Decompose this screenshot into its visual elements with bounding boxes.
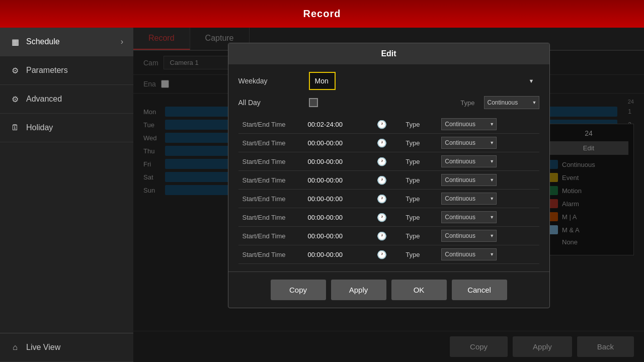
- modal-overlay: Edit Weekday Mon Tue Wed Thu Fri: [133, 28, 644, 362]
- weekday-select[interactable]: Mon Tue Wed Thu Fri Sat Sun All: [309, 72, 336, 90]
- type-select-7[interactable]: Continuous Event Motion Alarm: [441, 230, 497, 242]
- type-select-wrapper-5: Continuous Event Motion Alarm: [441, 193, 497, 205]
- time-value-6: 00:00-00:00: [304, 208, 373, 227]
- time-row-5: Start/End Time 00:00-00:00 🕐 Type Contin…: [238, 190, 539, 208]
- allday-label: All Day: [238, 99, 304, 107]
- type-select-cell-1: Continuous Event Motion Alarm: [437, 115, 539, 134]
- time-row-2: Start/End Time 00:00-00:00 🕐 Type Contin…: [238, 134, 539, 152]
- clock-icon-2[interactable]: 🕐: [377, 139, 387, 147]
- clock-cell-5: 🕐: [373, 190, 402, 208]
- type-cell-1: Type: [401, 115, 437, 134]
- sidebar-item-advanced[interactable]: ⚙ Advanced: [0, 85, 133, 114]
- modal-cancel-button[interactable]: Cancel: [452, 280, 507, 300]
- time-label-6: Start/End Time: [238, 208, 304, 227]
- type-select-cell-4: Continuous Event Motion Alarm: [437, 171, 539, 190]
- type-select-wrapper-1: Continuous Event Motion Alarm: [441, 118, 497, 130]
- time-value-2: 00:00-00:00: [304, 134, 373, 152]
- home-icon: ⌂: [10, 342, 20, 352]
- modal-copy-button[interactable]: Copy: [271, 280, 326, 300]
- time-value-7: 00:00-00:00: [304, 227, 373, 245]
- clock-cell-6: 🕐: [373, 208, 402, 227]
- clock-cell-8: 🕐: [373, 245, 402, 264]
- type-select-wrapper-8: Continuous Event Motion Alarm: [441, 248, 497, 260]
- type-select-2[interactable]: Continuous Event Motion Alarm: [441, 137, 497, 149]
- type-select-6[interactable]: Continuous Event Motion Alarm: [441, 211, 497, 223]
- time-label-5: Start/End Time: [238, 190, 304, 208]
- sidebar: ▦ Schedule › ⚙ Parameters ⚙ Advanced 🗓 H…: [0, 28, 133, 362]
- sidebar-label-holiday: Holiday: [26, 123, 53, 132]
- time-table: Start/End Time 00:02-24:00 🕐 Type Contin…: [238, 115, 539, 264]
- allday-checkbox[interactable]: [309, 98, 318, 107]
- calendar-icon: 🗓: [10, 123, 20, 133]
- time-label-4: Start/End Time: [238, 171, 304, 190]
- chevron-right-icon: ›: [121, 37, 123, 46]
- time-row-6: Start/End Time 00:00-00:00 🕐 Type Contin…: [238, 208, 539, 227]
- sidebar-label-live-view: Live View: [26, 343, 60, 352]
- time-row-7: Start/End Time 00:00-00:00 🕐 Type Contin…: [238, 227, 539, 245]
- time-label-8: Start/End Time: [238, 245, 304, 264]
- time-rows-body: Start/End Time 00:02-24:00 🕐 Type Contin…: [238, 115, 539, 264]
- time-value-4: 00:00-00:00: [304, 171, 373, 190]
- type-select-5[interactable]: Continuous Event Motion Alarm: [441, 193, 497, 205]
- type-select-cell-6: Continuous Event Motion Alarm: [437, 208, 539, 227]
- time-label-2: Start/End Time: [238, 134, 304, 152]
- time-label-3: Start/End Time: [238, 152, 304, 171]
- type-cell-8: Type: [401, 245, 437, 264]
- type-cell-7: Type: [401, 227, 437, 245]
- type-select-allday-wrapper: Continuous Event Motion Alarm: [484, 96, 539, 109]
- settings-icon: ⚙: [10, 94, 20, 104]
- clock-icon-4[interactable]: 🕐: [377, 176, 387, 185]
- clock-cell-3: 🕐: [373, 152, 402, 171]
- sidebar-item-schedule[interactable]: ▦ Schedule ›: [0, 28, 133, 56]
- clock-icon-8[interactable]: 🕐: [377, 250, 387, 259]
- type-select-cell-7: Continuous Event Motion Alarm: [437, 227, 539, 245]
- type-select-wrapper-4: Continuous Event Motion Alarm: [441, 174, 497, 186]
- type-select-cell-5: Continuous Event Motion Alarm: [437, 190, 539, 208]
- type-select-1[interactable]: Continuous Event Motion Alarm: [441, 118, 497, 130]
- time-value-3: 00:00-00:00: [304, 152, 373, 171]
- type-cell-2: Type: [401, 134, 437, 152]
- allday-row: All Day Type Continuous Event Motion Ala…: [238, 96, 539, 109]
- time-row-4: Start/End Time 00:00-00:00 🕐 Type Contin…: [238, 171, 539, 190]
- time-row-1: Start/End Time 00:02-24:00 🕐 Type Contin…: [238, 115, 539, 134]
- time-row-8: Start/End Time 00:00-00:00 🕐 Type Contin…: [238, 245, 539, 264]
- sidebar-item-parameters[interactable]: ⚙ Parameters: [0, 56, 133, 85]
- edit-modal: Edit Weekday Mon Tue Wed Thu Fri: [228, 43, 550, 308]
- modal-footer: Copy Apply OK Cancel: [228, 272, 549, 308]
- clock-icon-6[interactable]: 🕐: [377, 213, 387, 222]
- modal-body: Weekday Mon Tue Wed Thu Fri Sat Sun All: [228, 64, 549, 272]
- type-select-8[interactable]: Continuous Event Motion Alarm: [441, 248, 497, 260]
- clock-icon-5[interactable]: 🕐: [377, 195, 387, 203]
- weekday-label: Weekday: [238, 77, 304, 85]
- modal-apply-button[interactable]: Apply: [331, 280, 386, 300]
- clock-icon-7[interactable]: 🕐: [377, 232, 387, 240]
- type-select-3[interactable]: Continuous Event Motion Alarm: [441, 155, 497, 167]
- clock-cell-4: 🕐: [373, 171, 402, 190]
- type-label-allday: Type: [460, 99, 474, 107]
- time-label-7: Start/End Time: [238, 227, 304, 245]
- time-label-1: Start/End Time: [238, 115, 304, 134]
- type-cell-4: Type: [401, 171, 437, 190]
- type-select-wrapper-6: Continuous Event Motion Alarm: [441, 211, 497, 223]
- modal-ok-button[interactable]: OK: [391, 280, 447, 300]
- type-select-cell-8: Continuous Event Motion Alarm: [437, 245, 539, 264]
- grid-icon: ▦: [10, 37, 20, 47]
- clock-icon-3[interactable]: 🕐: [377, 157, 387, 166]
- sidebar-label-parameters: Parameters: [26, 66, 68, 75]
- type-select-allday[interactable]: Continuous Event Motion Alarm: [484, 96, 539, 109]
- app-title: Record: [303, 8, 341, 20]
- type-cell-3: Type: [401, 152, 437, 171]
- clock-icon-1[interactable]: 🕐: [377, 120, 387, 129]
- sidebar-label-advanced: Advanced: [26, 95, 62, 104]
- type-select-wrapper-2: Continuous Event Motion Alarm: [441, 137, 497, 149]
- sidebar-item-holiday[interactable]: 🗓 Holiday: [0, 114, 133, 142]
- type-select-4[interactable]: Continuous Event Motion Alarm: [441, 174, 497, 186]
- type-select-wrapper-7: Continuous Event Motion Alarm: [441, 230, 497, 242]
- type-select-cell-2: Continuous Event Motion Alarm: [437, 134, 539, 152]
- type-select-cell-3: Continuous Event Motion Alarm: [437, 152, 539, 171]
- clock-cell-2: 🕐: [373, 134, 402, 152]
- time-value-8: 00:00-00:00: [304, 245, 373, 264]
- sidebar-item-live-view[interactable]: ⌂ Live View: [0, 333, 133, 362]
- type-select-wrapper-3: Continuous Event Motion Alarm: [441, 155, 497, 167]
- type-cell-5: Type: [401, 190, 437, 208]
